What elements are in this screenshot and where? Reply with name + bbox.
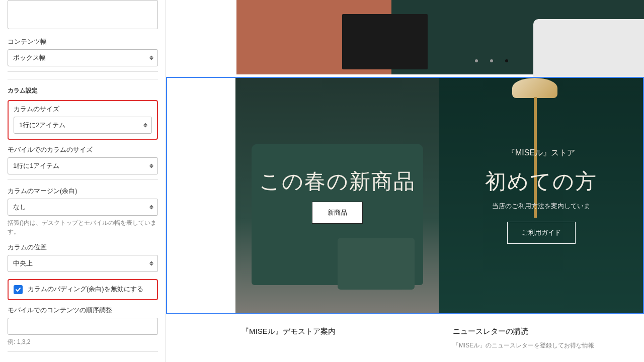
carousel-dot[interactable] (475, 59, 478, 62)
carousel-dot[interactable] (490, 59, 493, 62)
select-value: 中央上 (13, 259, 33, 268)
disable-padding-highlight: カラムのパディング(余白)を無効にする (8, 279, 158, 300)
chevron-updown-icon (149, 56, 153, 60)
hero-sofa-shape (533, 19, 644, 79)
selected-section[interactable]: この春の新商品 新商品 『MISEル』ストア 初めての方 当店のご利用方法を案内… (166, 77, 644, 314)
chevron-updown-icon (149, 164, 153, 168)
banner-left-button[interactable]: 新商品 (312, 202, 363, 224)
disable-padding-label: カラムのパディング(余白)を無効にする (28, 284, 143, 294)
select-value: なし (13, 203, 26, 212)
hero-table-shape (342, 14, 428, 69)
banner-right-sub: 当店のご利用方法を案内していま (492, 202, 590, 211)
body-columns: 『MISEル』デモストア案内 ニュースレターの購読 「MISEル」のニュースレタ… (236, 327, 644, 350)
banner-right-eyebrow: 『MISEル』ストア (507, 148, 575, 158)
chevron-updown-icon (143, 123, 147, 128)
banner-right-button[interactable]: ご利用ガイド (507, 222, 576, 244)
column-section-label: カラム設定 (8, 79, 158, 95)
column-margin-help: 括弧()内は、デスクトップとモバイルの幅を表しています。 (8, 218, 158, 236)
column-size-label: カラムのサイズ (14, 105, 152, 114)
column-size-highlight: カラムのサイズ 1行に2アイテム (8, 100, 158, 140)
chevron-updown-icon (149, 205, 153, 210)
mobile-order-input[interactable] (8, 318, 158, 335)
select-value: 1行に2アイテム (19, 121, 65, 130)
text-field[interactable] (8, 0, 158, 29)
check-icon (15, 287, 21, 293)
disable-padding-checkbox[interactable] (14, 285, 23, 294)
chevron-updown-icon (149, 261, 153, 266)
column-size-select[interactable]: 1行に2アイテム (14, 117, 152, 134)
body-right-title: ニュースレターの購読 (453, 327, 639, 336)
mobile-column-size-label: モバイルでのカラムのサイズ (8, 146, 158, 154)
carousel-dot[interactable] (505, 59, 508, 62)
preview-pane: この春の新商品 新商品 『MISEル』ストア 初めての方 当店のご利用方法を案内… (166, 0, 644, 362)
select-value: ボックス幅 (13, 53, 46, 62)
banner-left-title: この春の新商品 (259, 167, 416, 196)
body-left-title: 『MISEル』デモストア案内 (242, 327, 428, 336)
mobile-order-label: モバイルでのコンテンツの順序調整 (8, 306, 158, 315)
settings-sidebar: コンテンツ幅 ボックス幅 カラム設定 カラムのサイズ 1行に2アイテム モバイル… (0, 0, 166, 362)
mobile-column-size-select[interactable]: 1行に1アイテム (8, 157, 158, 174)
mobile-order-help: 例: 1,3,2 (8, 337, 158, 346)
banner-right: 『MISEル』ストア 初めての方 当店のご利用方法を案内していま ご利用ガイド (439, 78, 643, 313)
hero-banner (236, 0, 644, 74)
carousel-dots (475, 59, 508, 62)
column-position-select[interactable]: 中央上 (8, 255, 158, 272)
ottoman-shape (338, 238, 415, 290)
column-margin-label: カラムのマージン(余白) (8, 187, 158, 196)
select-value: 1行に1アイテム (13, 161, 59, 170)
banner-right-title: 初めての方 (485, 167, 597, 196)
body-right-sub: 「MISEル」のニュースレターを登録してお得な情報 (453, 341, 639, 350)
banner-left: この春の新商品 新商品 (235, 78, 439, 313)
column-position-label: カラムの位置 (8, 243, 158, 252)
content-width-label: コンテンツ幅 (8, 38, 158, 46)
column-margin-select[interactable]: なし (8, 199, 158, 216)
content-width-select[interactable]: ボックス幅 (8, 49, 158, 66)
